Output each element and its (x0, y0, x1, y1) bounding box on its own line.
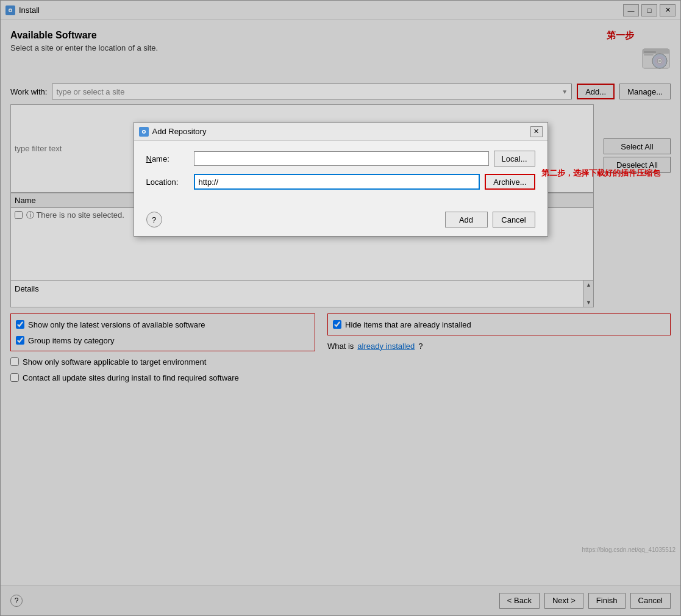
main-window: Install — □ ✕ Available Software Select … (0, 0, 681, 616)
dialog-add-button[interactable]: Add (445, 212, 488, 227)
step2-annotation: 第二步，选择下载好的插件压缩包 (541, 168, 663, 179)
local-button[interactable]: Local... (494, 151, 535, 167)
archive-button[interactable]: Archive... (485, 174, 535, 190)
name-rest-label: ame: (152, 154, 169, 163)
svg-point-13 (143, 131, 144, 132)
dialog-name-label: Name: (146, 154, 189, 163)
dialog-action-buttons: Add Cancel (445, 212, 535, 227)
add-repository-dialog: Add Repository ✕ Name: Local... Location… (134, 122, 548, 237)
modal-overlay: Add Repository ✕ Name: Local... Location… (0, 0, 681, 616)
name-underline-label: N (146, 154, 152, 163)
dialog-location-row: Location: Archive... 第二步，选择下载好的插件压缩包 (146, 174, 535, 190)
dialog-icon (139, 127, 149, 137)
dialog-footer: ? Add Cancel (134, 207, 547, 236)
dialog-content: Name: Local... Location: Archive... 第二步，… (134, 141, 547, 207)
dialog-location-label: Location: (146, 177, 189, 187)
dialog-location-input[interactable] (194, 174, 480, 190)
dialog-name-row: Name: Local... (146, 151, 535, 167)
dialog-help-button[interactable]: ? (146, 212, 162, 227)
dialog-close-button[interactable]: ✕ (530, 126, 543, 137)
dialog-name-input[interactable] (194, 151, 489, 166)
dialog-title-bar: Add Repository ✕ (134, 123, 547, 141)
dialog-cancel-button[interactable]: Cancel (493, 212, 535, 227)
dialog-title: Add Repository (152, 127, 530, 136)
